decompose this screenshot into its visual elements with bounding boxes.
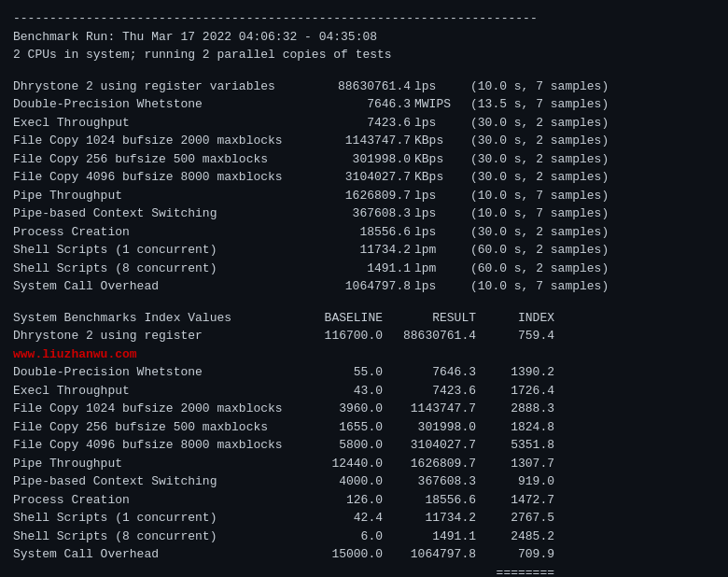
ir-label: Process Creation [13,491,302,510]
bench-label: Double-Precision Whetstone [13,95,302,114]
ir-baseline: 5800.0 [302,436,386,455]
benchmark-row: Pipe Throughput1626809.7lps(10.0 s, 7 sa… [13,187,715,205]
equals-chars: ======== [480,564,554,578]
bench-unit: KBps [414,168,470,187]
ir-result: 1143747.7 [386,400,480,418]
index-header: System Benchmarks Index Values BASELINE … [13,309,715,328]
ir-index: 759.4 [480,327,554,363]
benchmark-row: Execl Throughput7423.6lps(30.0 s, 2 samp… [13,114,715,133]
index-rows: Dhrystone 2 using register www.liuzhanwu… [13,327,715,564]
ir-label: Double-Precision Whetstone [13,363,302,382]
bench-extra: (10.0 s, 7 samples) [470,277,715,296]
ir-baseline: 6.0 [302,528,386,546]
bench-extra: (60.0 s, 2 samples) [470,241,715,260]
bench-extra: (60.0 s, 2 samples) [470,260,715,278]
ir-index: 5351.8 [480,436,554,455]
benchmark-row: File Copy 4096 bufsize 8000 maxblocks310… [13,168,715,187]
ir-index: 919.0 [480,472,554,491]
bench-unit: KBps [414,132,470,150]
bench-value: 88630761.4 [302,77,414,96]
ir-index: 709.9 [480,545,554,564]
bench-extra: (30.0 s, 2 samples) [470,168,715,187]
ir-index: 1390.2 [480,363,554,382]
terminal: ----------------------------------------… [13,9,715,577]
benchmark-row: Shell Scripts (8 concurrent)1491.1lpm(60… [13,260,715,278]
index-row: Dhrystone 2 using register www.liuzhanwu… [13,327,715,363]
bench-extra: (30.0 s, 2 samples) [470,150,715,169]
bench-unit: lpm [414,260,470,278]
ir-result: 11734.2 [386,509,480,528]
index-row: File Copy 4096 bufsize 8000 maxblocks580… [13,436,715,455]
bench-label: File Copy 1024 bufsize 2000 maxblocks [13,132,302,150]
ir-baseline: 3960.0 [302,400,386,418]
bench-unit: lps [414,223,470,242]
bench-unit: MWIPS [414,95,470,114]
index-header-index: INDEX [480,309,554,328]
ir-index: 2888.3 [480,400,554,418]
ir-baseline: 43.0 [302,382,386,401]
equals-line: ======== [13,564,715,578]
benchmark-row: File Copy 256 bufsize 500 maxblocks30199… [13,150,715,169]
ir-baseline: 116700.0 [302,327,386,363]
bench-value: 7423.6 [302,114,414,133]
ir-result: 1491.1 [386,528,480,546]
bench-unit: KBps [414,150,470,169]
ir-result: 7646.3 [386,363,480,382]
benchmark-row: Pipe-based Context Switching367608.3lps(… [13,204,715,223]
benchmark-row: Dhrystone 2 using register variables8863… [13,77,715,96]
ir-label: System Call Overhead [13,545,302,564]
ir-label: Execl Throughput [13,382,302,401]
bench-unit: lpm [414,241,470,260]
ir-index: 1726.4 [480,382,554,401]
ir-index: 1472.7 [480,491,554,510]
index-header-baseline: BASELINE [302,309,386,328]
bench-unit: lps [414,77,470,96]
index-row: Double-Precision Whetstone55.07646.31390… [13,363,715,382]
bench-extra: (30.0 s, 2 samples) [470,114,715,133]
benchmark-row: Shell Scripts (1 concurrent)11734.2lpm(6… [13,241,715,260]
bench-label: Execl Throughput [13,114,302,133]
ir-index: 1824.8 [480,418,554,437]
bench-label: File Copy 4096 bufsize 8000 maxblocks [13,168,302,187]
benchmark-row: Process Creation18556.6lps(30.0 s, 2 sam… [13,223,715,242]
ir-index: 2767.5 [480,509,554,528]
ir-result: 18556.6 [386,491,480,510]
index-row: Shell Scripts (8 concurrent)6.01491.1248… [13,528,715,546]
ir-result: 7423.6 [386,382,480,401]
ir-result: 3104027.7 [386,436,480,455]
bench-value: 367608.3 [302,204,414,223]
bench-value: 11734.2 [302,241,414,260]
bench-value: 1491.1 [302,260,414,278]
ir-index: 2485.2 [480,528,554,546]
ir-result: 1064797.8 [386,545,480,564]
ir-label: Shell Scripts (8 concurrent) [13,528,302,546]
bench-extra: (10.0 s, 7 samples) [470,187,715,205]
index-row: System Call Overhead15000.01064797.8709.… [13,545,715,564]
ir-result: 1626809.7 [386,455,480,473]
benchmark-row: File Copy 1024 bufsize 2000 maxblocks114… [13,132,715,150]
index-row: File Copy 1024 bufsize 2000 maxblocks396… [13,400,715,418]
bench-value: 1064797.8 [302,277,414,296]
bench-extra: (30.0 s, 2 samples) [470,132,715,150]
bench-value: 1143747.7 [302,132,414,150]
bench-unit: lps [414,187,470,205]
watermark: www.liuzhanwu.com [13,347,137,361]
index-row: Pipe-based Context Switching4000.0367608… [13,472,715,491]
bench-label: File Copy 256 bufsize 500 maxblocks [13,150,302,169]
ir-label: Shell Scripts (1 concurrent) [13,509,302,528]
benchmark-row: Double-Precision Whetstone7646.3MWIPS(13… [13,95,715,114]
header-line2: 2 CPUs in system; running 2 parallel cop… [13,46,715,64]
bench-value: 301998.0 [302,150,414,169]
ir-index: 1307.7 [480,455,554,473]
ir-baseline: 42.4 [302,509,386,528]
ir-baseline: 15000.0 [302,545,386,564]
bench-label: Shell Scripts (1 concurrent) [13,241,302,260]
bench-label: Process Creation [13,223,302,242]
bench-value: 18556.6 [302,223,414,242]
ir-result: 367608.3 [386,472,480,491]
ir-baseline: 55.0 [302,363,386,382]
index-row: Execl Throughput43.07423.61726.4 [13,382,715,401]
separator-top: ----------------------------------------… [13,9,715,28]
bench-extra: (10.0 s, 7 samples) [470,77,715,96]
bench-label: Pipe Throughput [13,187,302,205]
